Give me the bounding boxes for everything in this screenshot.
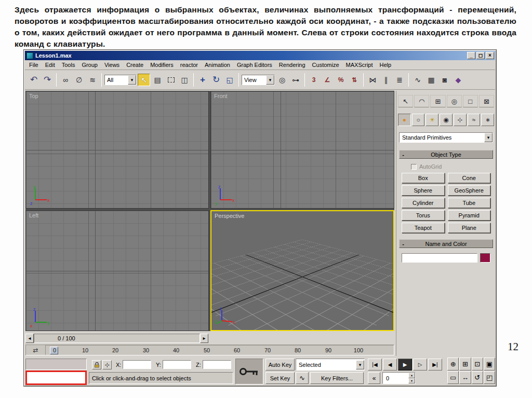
schematic-view-icon[interactable]: ▦	[425, 74, 437, 86]
helpers-icon[interactable]: ⊹	[454, 114, 467, 126]
select-and-move-icon[interactable]: +	[196, 74, 209, 86]
y-coordinate-field[interactable]	[163, 360, 191, 369]
space-warps-icon[interactable]: ≈	[468, 114, 481, 126]
current-frame-field[interactable]: 0 ▴ ▾	[382, 372, 416, 384]
z-coordinate-field[interactable]	[203, 360, 231, 369]
previous-frame-icon[interactable]: ◀	[383, 359, 397, 370]
percent-snap-icon[interactable]: %	[335, 74, 347, 86]
object-name-input[interactable]	[402, 253, 477, 263]
redo-icon[interactable]: ↷	[41, 74, 54, 86]
menu-maxscript[interactable]: MAXScript	[346, 62, 373, 68]
object-button-cone[interactable]: Cone	[448, 173, 491, 183]
zoom-extents-all-icon[interactable]: ▣	[484, 358, 495, 370]
layer-manager-icon[interactable]: ≣	[393, 74, 406, 86]
object-button-pyramid[interactable]: Pyramid	[448, 210, 491, 221]
object-button-sphere[interactable]: Sphere	[402, 185, 445, 196]
object-button-geosphere[interactable]: GeoSphere	[448, 185, 491, 196]
track-range[interactable]: 0 / 100	[34, 334, 200, 343]
render-scene-icon[interactable]: ◆	[452, 74, 464, 86]
titlebar[interactable]: Lesson1.max _ ◻ ×	[25, 51, 495, 60]
reference-coordinate-dropdown[interactable]: View ▾	[242, 75, 275, 85]
maxscript-listener-line[interactable]	[25, 359, 87, 370]
pan-view-icon[interactable]: ↔	[459, 371, 471, 384]
menu-animation[interactable]: Animation	[205, 62, 230, 68]
object-button-box[interactable]: Box	[402, 173, 445, 183]
menu-graph-editors[interactable]: Graph Editors	[237, 62, 272, 68]
chevron-down-icon[interactable]: ▾	[128, 75, 136, 85]
align-icon[interactable]: ∥	[380, 74, 392, 86]
chevron-down-icon[interactable]: ▾	[356, 360, 364, 369]
maxscript-command-input[interactable]	[25, 370, 87, 385]
viewport-label[interactable]: Front	[214, 93, 228, 99]
menu-modifiers[interactable]: Modifiers	[150, 62, 174, 68]
default-in-out-tangent-icon[interactable]: ∿	[296, 372, 309, 384]
timeline-toggle-icon[interactable]: ⇄	[26, 345, 46, 355]
track-prev-icon[interactable]: ◂	[25, 334, 34, 343]
timeline-ruler[interactable]: 0 10 20 30 40 50 60 70 80 90 100	[46, 345, 394, 355]
time-slider[interactable]: ⇄ 0 10 20 30 40 50 60 70 80 90 100	[25, 345, 394, 355]
zoom-icon[interactable]: ⊕	[447, 358, 459, 370]
menu-reactor[interactable]: reactor	[180, 62, 198, 68]
menu-create[interactable]: Create	[126, 62, 143, 68]
go-to-end-icon[interactable]: ▶|	[428, 359, 442, 370]
snaps-toggle-icon[interactable]: 3	[308, 74, 320, 86]
object-color-swatch[interactable]	[480, 253, 490, 263]
minimize-button[interactable]: _	[467, 52, 475, 59]
object-button-torus[interactable]: Torus	[402, 210, 445, 221]
lights-icon[interactable]: ☀	[425, 114, 438, 126]
menu-group[interactable]: Group	[82, 62, 98, 68]
select-and-scale-icon[interactable]: ◱	[223, 74, 236, 86]
viewport-left[interactable]: Left z y x	[25, 210, 209, 331]
zoom-region-icon[interactable]: ▭	[447, 371, 459, 384]
menu-file[interactable]: File	[29, 62, 38, 68]
tab-create-icon[interactable]: ↖	[398, 95, 413, 107]
shapes-icon[interactable]: ○	[412, 114, 425, 126]
mirror-icon[interactable]: ⋈	[366, 74, 379, 86]
key-filter-selected-dropdown[interactable]: Selected ▾	[296, 359, 365, 370]
viewport-label[interactable]: Perspective	[215, 213, 244, 219]
menu-help[interactable]: Help	[380, 62, 392, 68]
viewport-front[interactable]: Front z x y	[210, 91, 394, 209]
undo-icon[interactable]: ↶	[28, 74, 40, 86]
menu-tools[interactable]: Tools	[62, 62, 75, 68]
object-button-cylinder[interactable]: Cylinder	[402, 198, 445, 208]
next-frame-icon[interactable]: ▷	[413, 359, 427, 370]
use-pivot-center-icon[interactable]: ◎	[276, 74, 288, 86]
material-editor-icon[interactable]: ◙	[438, 74, 451, 86]
key-filters-button[interactable]: Key Filters...	[310, 372, 364, 384]
select-by-name-icon[interactable]: ▤	[151, 74, 164, 86]
spinner-down-icon[interactable]: ▾	[408, 378, 415, 384]
tab-hierarchy-icon[interactable]: ⊞	[430, 95, 445, 107]
absolute-offset-toggle-icon[interactable]: ⊹	[102, 360, 112, 369]
viewport-top[interactable]: Top y x z	[25, 91, 209, 209]
chevron-down-icon[interactable]: ▾	[484, 133, 493, 142]
spinner-snap-icon[interactable]: ⇅	[348, 74, 361, 86]
bind-to-spacewarp-icon[interactable]: ≋	[86, 74, 99, 86]
rectangular-selection-region-icon[interactable]	[165, 74, 177, 86]
min-max-toggle-icon[interactable]: ◰	[484, 371, 495, 384]
select-object-icon[interactable]: ↖	[138, 74, 150, 86]
auto-key-button[interactable]: Auto Key	[265, 359, 295, 370]
tab-motion-icon[interactable]: ◎	[447, 95, 462, 107]
track-next-icon[interactable]: ▸	[200, 334, 208, 343]
selection-lock-icon[interactable]	[92, 360, 101, 369]
viewport-label[interactable]: Top	[29, 93, 38, 99]
chevron-down-icon[interactable]: ▾	[266, 75, 274, 85]
menu-edit[interactable]: Edit	[45, 62, 55, 68]
tab-display-icon[interactable]: □	[463, 95, 478, 107]
key-mode-toggle-icon[interactable]: «	[368, 372, 380, 384]
viewport-perspective[interactable]: Perspective z x y	[210, 210, 394, 331]
primitives-category-dropdown[interactable]: Standard Primitives ▾	[399, 132, 493, 143]
autogrid-checkbox[interactable]	[411, 164, 417, 170]
object-button-plane[interactable]: Plane	[448, 223, 491, 233]
name-and-color-rollout[interactable]: - Name and Color	[399, 239, 493, 248]
menu-views[interactable]: Views	[104, 62, 119, 68]
tab-modify-icon[interactable]: ◠	[414, 95, 429, 107]
systems-icon[interactable]: ∗	[481, 114, 494, 126]
select-and-manipulate-icon[interactable]: ⊶	[289, 74, 302, 86]
window-crossing-icon[interactable]: ◫	[178, 74, 191, 86]
select-and-rotate-icon[interactable]: ↻	[210, 74, 222, 86]
viewport-label[interactable]: Left	[29, 212, 38, 218]
set-key-button[interactable]: Set Key	[265, 372, 295, 384]
zoom-extents-icon[interactable]: ⊡	[472, 358, 483, 370]
